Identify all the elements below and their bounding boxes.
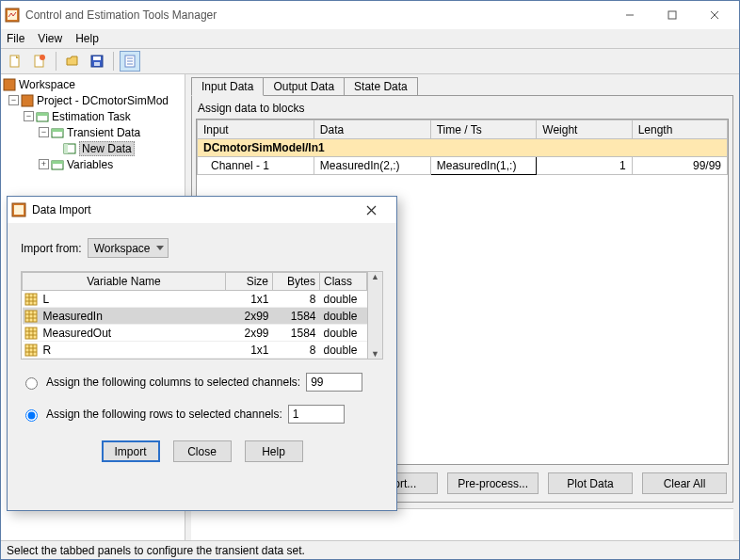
svg-rect-3 [668, 11, 676, 19]
list-item[interactable]: L1x18double [23, 291, 367, 308]
tree-transient[interactable]: Transient Data [67, 126, 140, 139]
array-icon [23, 325, 40, 342]
assign-rows-label: Assign the following rows to selected ch… [46, 408, 282, 421]
cell-channel[interactable]: Channel - 1 [198, 157, 314, 175]
tree-project[interactable]: Project - DCmotorSimMod [37, 94, 169, 107]
list-item[interactable]: MeasuredIn2x991584double [23, 308, 367, 325]
folder-icon [51, 126, 64, 139]
tree-newdata[interactable]: New Data [79, 141, 135, 156]
plot-data-button[interactable]: Plot Data [548, 472, 633, 494]
svg-rect-23 [64, 144, 68, 153]
menu-file[interactable]: File [7, 32, 24, 45]
window-title: Control and Estimation Tools Manager [25, 8, 608, 22]
col-class[interactable]: Class [320, 273, 367, 291]
svg-point-8 [40, 55, 45, 60]
svg-rect-17 [22, 95, 33, 106]
scroll-down-icon[interactable]: ▼ [371, 349, 379, 359]
save-button[interactable] [87, 51, 107, 72]
folder-icon [51, 158, 64, 171]
col-data[interactable]: Data [314, 120, 430, 139]
list-item[interactable]: R1x18double [23, 342, 367, 359]
svg-rect-40 [25, 328, 37, 339]
tree-variables[interactable]: Variables [67, 158, 113, 171]
cell-data[interactable]: MeasuredIn(2,:) [314, 157, 430, 175]
project-icon [21, 94, 34, 107]
group-row[interactable]: DCmotorSimModel/In1 [198, 139, 728, 157]
assign-columns-radio[interactable] [25, 377, 38, 390]
data-icon [63, 142, 76, 155]
array-icon [23, 291, 40, 308]
main-titlebar: Control and Estimation Tools Manager [1, 1, 739, 29]
dialog-close-button[interactable] [350, 197, 393, 223]
assign-rows-radio[interactable] [25, 409, 38, 422]
svg-rect-11 [94, 62, 100, 66]
svg-rect-35 [25, 311, 37, 322]
dialog-close-action-button[interactable]: Close [173, 440, 232, 462]
toolbar [1, 48, 739, 74]
new-project-button[interactable] [29, 51, 50, 72]
cell-time[interactable]: MeasuredIn(1,:) [430, 157, 537, 175]
tree-task[interactable]: Estimation Task [52, 110, 131, 123]
assign-columns-label: Assign the following columns to selected… [46, 376, 300, 389]
new-file-button[interactable] [5, 51, 25, 72]
col-length[interactable]: Length [632, 120, 727, 139]
tree-root[interactable]: Workspace [19, 78, 75, 91]
svg-rect-21 [52, 129, 63, 132]
import-from-value: Workspace [94, 242, 151, 255]
minimize-button[interactable] [608, 2, 651, 28]
assign-rows-input[interactable] [288, 405, 345, 424]
status-bar: Select the tabbed panels to configure th… [1, 540, 739, 559]
menubar: File View Help [1, 29, 739, 48]
app-icon [5, 8, 20, 23]
collapse-icon[interactable]: − [39, 127, 49, 137]
col-weight[interactable]: Weight [537, 120, 632, 139]
tab-state-data[interactable]: State Data [344, 77, 418, 95]
clear-all-button[interactable]: Clear All [642, 472, 727, 494]
status-text: Select the tabbed panels to configure th… [7, 544, 305, 557]
col-bytes[interactable]: Bytes [273, 273, 320, 291]
col-var-name[interactable]: Variable Name [23, 273, 226, 291]
maximize-button[interactable] [651, 2, 693, 28]
cell-length[interactable]: 99/99 [632, 157, 727, 175]
open-button[interactable] [62, 51, 83, 72]
task-icon [36, 110, 49, 123]
import-from-select[interactable]: Workspace [88, 238, 169, 258]
assign-columns-input[interactable] [306, 373, 362, 392]
scroll-up-icon[interactable]: ▲ [371, 272, 379, 281]
collapse-icon[interactable]: − [8, 95, 19, 105]
svg-rect-30 [25, 294, 37, 305]
svg-rect-25 [52, 161, 63, 164]
close-button[interactable] [693, 2, 735, 28]
col-input[interactable]: Input [198, 120, 314, 139]
console-area [191, 508, 733, 540]
preprocess-button[interactable]: Pre-process... [447, 472, 539, 494]
import-from-label: Import from: [21, 242, 82, 255]
dialog-import-button[interactable]: Import [102, 440, 160, 462]
svg-rect-45 [25, 344, 37, 356]
variable-list[interactable]: Variable Name Size Bytes Class L1x18doub… [21, 271, 383, 360]
dialog-help-button[interactable]: Help [245, 440, 303, 462]
menu-help[interactable]: Help [75, 32, 99, 45]
data-import-dialog: Data Import Import from: Workspace Varia… [7, 196, 397, 511]
array-icon [23, 308, 40, 325]
workspace-icon [3, 78, 16, 91]
expand-icon[interactable]: + [39, 159, 49, 169]
collapse-icon[interactable]: − [24, 111, 34, 121]
assign-label: Assign data to blocks [196, 100, 729, 119]
chevron-down-icon [156, 246, 164, 251]
tab-output-data[interactable]: Output Data [263, 77, 345, 95]
svg-rect-27 [14, 205, 24, 215]
notes-button[interactable] [120, 51, 140, 72]
menu-view[interactable]: View [38, 32, 62, 45]
col-size[interactable]: Size [226, 273, 273, 291]
svg-rect-10 [93, 56, 101, 60]
svg-rect-16 [4, 79, 15, 90]
cell-weight[interactable]: 1 [537, 157, 632, 175]
table-row[interactable]: Channel - 1 MeasuredIn(2,:) MeasuredIn(1… [198, 157, 728, 175]
dialog-title: Data Import [32, 203, 350, 216]
tab-input-data[interactable]: Input Data [191, 77, 264, 96]
col-time[interactable]: Time / Ts [430, 120, 537, 139]
scrollbar[interactable]: ▲ ▼ [367, 272, 382, 359]
list-item[interactable]: MeasuredOut2x991584double [23, 325, 367, 342]
array-icon [23, 342, 40, 359]
